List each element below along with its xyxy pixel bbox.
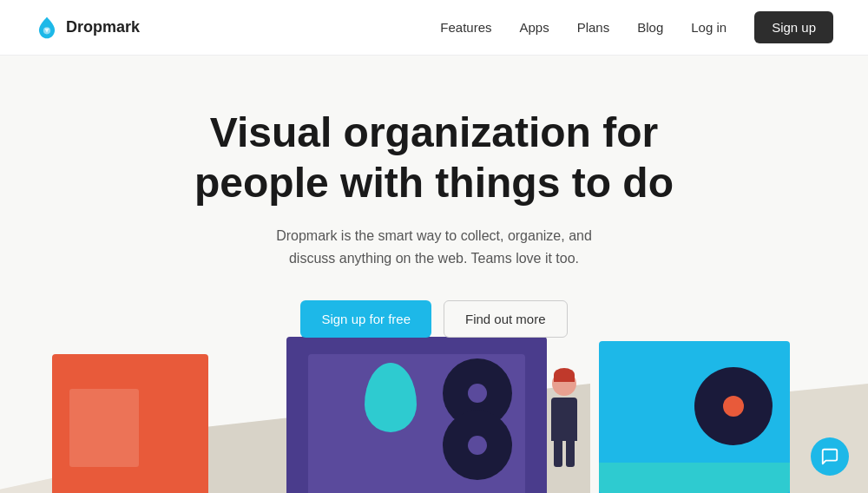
person-hair (554, 368, 575, 382)
nav-links: Features Apps Plans Blog Log in Sign up (440, 11, 833, 43)
signup-free-button[interactable]: Sign up for free (300, 300, 431, 338)
hero-subtitle: Dropmark is the smart way to collect, or… (269, 225, 599, 269)
panel-right-blue (599, 341, 790, 493)
find-out-more-button[interactable]: Find out more (444, 300, 568, 338)
panel-left-coral (52, 354, 208, 493)
record-hole (723, 396, 744, 417)
circle-bottom (443, 411, 512, 480)
teardrop-shape (360, 363, 421, 441)
dropmark-logo-icon (35, 16, 59, 40)
nav-features[interactable]: Features (440, 20, 491, 35)
panel-left-inner (69, 389, 139, 467)
logo-text: Dropmark (66, 18, 140, 36)
nav-signup-button[interactable]: Sign up (754, 11, 833, 43)
panel-center-group (286, 332, 547, 493)
hero-title: Visual organization for people with thin… (194, 108, 674, 207)
chat-icon (820, 447, 839, 466)
panel-center-mid (308, 354, 525, 493)
nav-apps[interactable]: Apps (519, 20, 549, 35)
panel-right-teal-accent (599, 463, 790, 493)
navigation: Dropmark Features Apps Plans Blog Log in… (0, 0, 868, 56)
logo-link[interactable]: Dropmark (35, 16, 140, 40)
chat-bubble-button[interactable] (811, 437, 849, 476)
record-circle (694, 367, 773, 445)
vinyl-circles (443, 350, 512, 489)
illustration-area (0, 328, 868, 493)
person-legs (538, 441, 590, 467)
nav-plans[interactable]: Plans (577, 20, 610, 35)
person-head (552, 371, 576, 396)
hero-buttons: Sign up for free Find out more (300, 300, 567, 338)
person-body (551, 398, 577, 441)
person-leg-right (566, 441, 575, 467)
nav-blog[interactable]: Blog (637, 20, 663, 35)
nav-login[interactable]: Log in (691, 20, 727, 35)
person-leg-left (554, 441, 562, 467)
hero-section: Visual organization for people with thin… (0, 56, 868, 338)
person-figure (538, 371, 590, 476)
vinyl-record-right (694, 367, 773, 445)
